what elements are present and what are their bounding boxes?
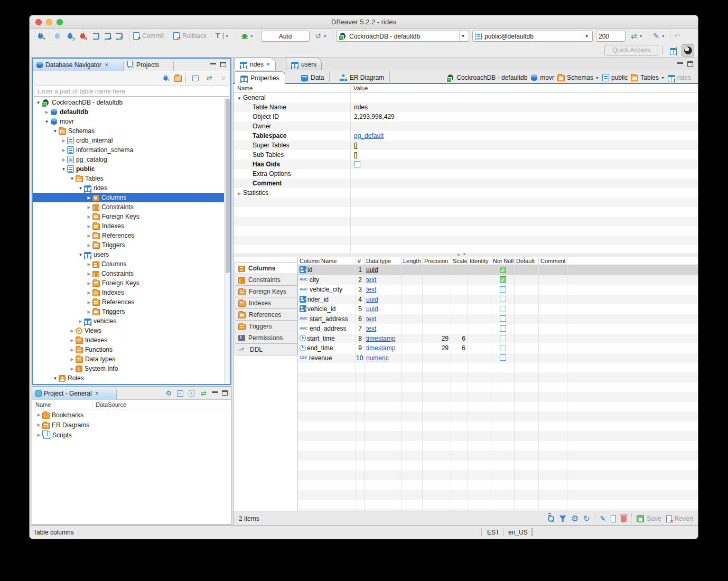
not-null-checkbox[interactable] <box>500 354 506 361</box>
grid-cell[interactable]: 1 <box>356 265 365 275</box>
fetch-size-input[interactable]: 200 <box>596 31 626 42</box>
grid-cell[interactable] <box>402 314 423 324</box>
chevron-down-icon[interactable]: ▼ <box>595 76 599 80</box>
grid-header-data-type[interactable]: Data type <box>365 258 402 265</box>
collapse-arrow-icon[interactable]: ▼ <box>77 252 84 257</box>
column-row-start_time[interactable]: start_time8timestamp296 <box>298 334 698 344</box>
project-collapse-all-button[interactable] <box>177 388 183 399</box>
grid-cell[interactable] <box>451 265 468 275</box>
grid-cell[interactable] <box>423 265 451 275</box>
grid-cell[interactable]: rider_id <box>298 295 356 305</box>
grid-cell[interactable] <box>402 265 423 275</box>
grid-cell[interactable]: 5 <box>356 304 365 314</box>
breadcrumb-rides[interactable]: rides <box>668 74 691 81</box>
property-value[interactable]: rides <box>354 102 698 112</box>
tree-item-movr[interactable]: ▼movr <box>33 117 224 126</box>
back-button[interactable]: ↶ <box>674 31 680 41</box>
grid-cell[interactable]: ABCstart_address <box>298 314 356 324</box>
grid-cell[interactable] <box>402 343 423 353</box>
collapse-arrow-icon[interactable]: ▼ <box>52 376 59 381</box>
tree-item-foreign-keys[interactable]: ▶Foreign Keys <box>33 212 224 221</box>
gear-icon[interactable]: ⚙ <box>571 514 578 523</box>
grid-cell[interactable] <box>539 295 567 305</box>
grid-cell[interactable] <box>402 275 423 285</box>
commit-mode-combo[interactable]: Auto <box>261 31 310 42</box>
quick-access-button[interactable]: Quick Access <box>604 45 658 56</box>
property-value[interactable] <box>354 121 698 131</box>
sql-editor-button[interactable] <box>93 31 99 41</box>
grid-cell[interactable] <box>539 275 567 285</box>
grid-cell[interactable] <box>491 324 515 334</box>
navigator-scrollbar[interactable] <box>224 98 230 383</box>
grid-cell[interactable]: uuid <box>365 304 402 314</box>
grid-cell[interactable]: 3 <box>356 285 365 295</box>
data-type-link[interactable]: timestamp <box>366 344 395 352</box>
project-item-scripts[interactable]: ▶Scripts <box>32 430 231 440</box>
tree-item-triggers[interactable]: ▶Triggers <box>33 240 224 250</box>
grid-header-default[interactable]: Default <box>515 258 539 265</box>
expand-arrow-icon[interactable]: ▶ <box>86 290 92 295</box>
transaction-log-button[interactable]: T⋮▼ <box>216 31 229 41</box>
grid-cell[interactable]: 6 <box>451 343 468 353</box>
side-tab-indexes[interactable]: Indexes <box>235 297 297 309</box>
tree-item-tables[interactable]: ▼Tables <box>33 174 224 183</box>
data-type-link[interactable]: uuid <box>366 266 378 274</box>
expand-arrow-icon[interactable]: ▶ <box>69 357 76 362</box>
column-row-id[interactable]: id1uuid <box>298 265 698 275</box>
grid-cell[interactable] <box>515 314 539 324</box>
grid-cell[interactable] <box>451 353 468 363</box>
delete-icon[interactable] <box>621 516 627 522</box>
maximize-icon[interactable] <box>220 62 226 67</box>
grid-cell[interactable]: timestamp <box>365 334 402 344</box>
tree-item-schemas[interactable]: ▼Schemas <box>33 126 224 136</box>
property-value[interactable] <box>354 93 698 102</box>
value-link[interactable]: pg_default <box>354 132 384 139</box>
grid-cell[interactable]: 6 <box>356 314 365 324</box>
expand-arrow-icon[interactable]: ▶ <box>69 348 76 352</box>
grid-cell[interactable] <box>468 334 491 344</box>
grid-cell[interactable] <box>423 285 451 295</box>
not-null-checkbox[interactable] <box>500 335 506 341</box>
navigator-minmax[interactable] <box>210 62 226 67</box>
grid-header-comment[interactable]: Comment <box>539 258 567 265</box>
breadcrumb-movr[interactable]: movr <box>530 74 554 81</box>
grid-cell[interactable] <box>468 314 491 324</box>
column-row-city[interactable]: ABCcity2text <box>298 275 698 285</box>
subtab-data[interactable]: Data <box>296 71 330 84</box>
grid-cell[interactable]: 6 <box>451 334 468 344</box>
row-view-icon[interactable] <box>611 515 616 522</box>
maximize-icon[interactable] <box>222 390 228 396</box>
disconnect-button[interactable]: ✕ <box>79 31 86 41</box>
not-null-checkbox[interactable] <box>500 345 506 351</box>
reconnect-button[interactable]: ⟳ <box>67 31 73 41</box>
tree-item-roles[interactable]: ▼Roles <box>33 373 224 383</box>
grid-cell[interactable] <box>491 295 515 305</box>
collapse-arrow-icon[interactable]: ▼ <box>52 129 59 134</box>
expand-arrow-icon[interactable]: ▶ <box>86 214 92 219</box>
side-tab-constraints[interactable]: Constraints <box>235 274 297 286</box>
open-perspective-button[interactable]: ✦ <box>667 44 679 57</box>
expand-arrow-icon[interactable]: ▶ <box>69 329 76 333</box>
debug-button[interactable]: ▼ <box>241 31 254 41</box>
grid-cell[interactable] <box>451 285 468 295</box>
tree-item-crdb-internal[interactable]: ▶crdb_internal <box>33 136 224 145</box>
grid-cell[interactable] <box>451 275 468 285</box>
grid-cell[interactable]: start_time <box>298 334 356 344</box>
close-icon[interactable]: ✕ <box>95 391 99 396</box>
expand-arrow-icon[interactable]: ▶ <box>86 300 92 305</box>
tree-item-data-types[interactable]: ▶Data types <box>33 354 224 364</box>
tree-item-triggers[interactable]: ▶Triggers <box>33 307 224 316</box>
collapse-arrow-icon[interactable]: ▼ <box>77 186 84 191</box>
grid-cell[interactable]: ABCend_address <box>298 324 356 334</box>
grid-cell[interactable]: 10 <box>356 353 365 363</box>
grid-cell[interactable] <box>515 334 539 344</box>
column-row-end_time[interactable]: end_time9timestamp296 <box>298 343 698 353</box>
collapse-arrow-icon[interactable]: ▼ <box>35 100 42 105</box>
collapse-arrow-icon[interactable]: ▼ <box>69 176 76 181</box>
project-item-er-diagrams[interactable]: ▶ER Diagrams <box>32 420 231 430</box>
column-row-end_address[interactable]: ABCend_address7text <box>298 324 698 334</box>
nav-new-folder-button[interactable] <box>174 73 182 83</box>
expand-arrow-icon[interactable]: ▶ <box>35 423 42 427</box>
grid-cell[interactable] <box>491 275 515 285</box>
grid-cell[interactable] <box>402 353 423 363</box>
